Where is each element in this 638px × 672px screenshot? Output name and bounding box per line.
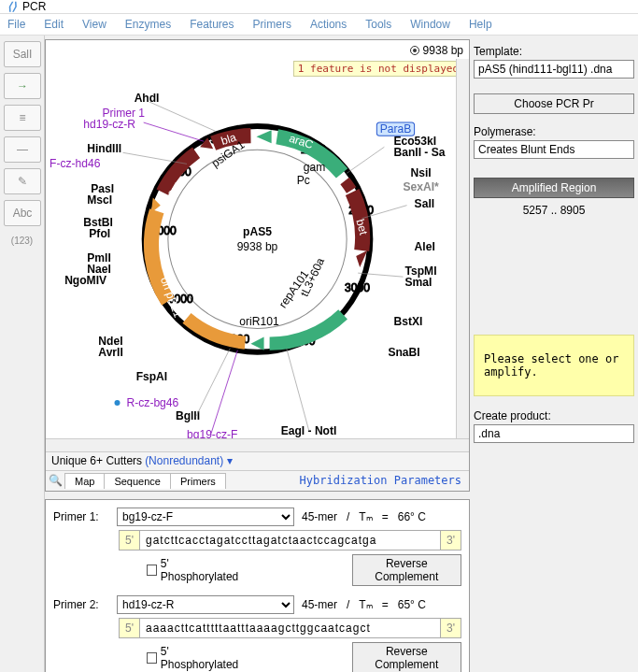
svg-text:AvrII: AvrII: [98, 346, 122, 359]
menu-file[interactable]: File: [7, 18, 25, 31]
menu-features[interactable]: Features: [190, 18, 234, 31]
tab-map[interactable]: Map: [64, 473, 105, 489]
horizontal-scrollbar[interactable]: [46, 438, 469, 451]
primer2-sequence[interactable]: 5' aaaacttcatttttaatttaaaagcttggcaatcagc…: [119, 618, 461, 638]
menu-primers[interactable]: Primers: [253, 18, 291, 31]
svg-text:AhdI: AhdI: [135, 92, 160, 105]
hybridization-link[interactable]: Hybridization Parameters: [300, 474, 469, 487]
cutter-bar[interactable]: Unique 6+ Cutters (Nonredundant)▾: [46, 451, 469, 470]
tool-dash[interactable]: —: [4, 136, 41, 163]
subtab-bar: 🔍 Map Sequence Primers Hybridization Par…: [46, 470, 469, 491]
svg-line-68: [144, 122, 204, 141]
tab-primers[interactable]: Primers: [170, 473, 226, 489]
vertical-scrollbar[interactable]: [456, 59, 469, 438]
amplified-region-header: Amplified Region: [474, 178, 634, 198]
svg-text:hd19-cz-R: hd19-cz-R: [83, 118, 135, 131]
svg-text:BanII - Sa: BanII - Sa: [393, 146, 445, 159]
primers-panel: Primer 1: bg19-cz-F 45-mer / Tₘ = 66° C …: [45, 499, 470, 672]
window-title: PCR: [22, 0, 46, 13]
svg-text:NgoMIV: NgoMIV: [64, 274, 106, 287]
svg-point-60: [114, 400, 120, 406]
create-product-field[interactable]: .dna: [474, 424, 634, 443]
primer2-reverse-complement-button[interactable]: Reverse Complement: [352, 642, 461, 672]
svg-text:SalI: SalI: [415, 197, 434, 210]
svg-text:EagI - NotI: EagI - NotI: [281, 424, 337, 437]
choose-pcr-button[interactable]: Choose PCR Pr: [474, 93, 634, 114]
svg-text:HindIII: HindIII: [87, 142, 121, 155]
primer2-tm: 65° C: [398, 598, 426, 611]
polymerase-field[interactable]: Creates Blunt Ends: [474, 140, 634, 159]
tool-arrow[interactable]: →: [4, 73, 41, 99]
svg-text:pAS5: pAS5: [243, 225, 272, 238]
svg-text:PfoI: PfoI: [89, 227, 110, 240]
create-product-label: Create product:: [474, 409, 634, 422]
svg-text:AleI: AleI: [415, 240, 435, 253]
svg-marker-11: [256, 130, 271, 143]
svg-text:FspAI: FspAI: [136, 370, 168, 383]
tool-enzyme[interactable]: SalI: [4, 41, 41, 67]
primer1-sequence[interactable]: 5' gatcttcacctagatccttagatctaactccagcatg…: [119, 530, 461, 550]
tool-pen[interactable]: ✎: [4, 168, 41, 194]
primer1-phos-checkbox[interactable]: [147, 565, 157, 576]
svg-text:MscI: MscI: [87, 193, 112, 207]
svg-text:Pc: Pc: [297, 175, 310, 188]
selection-note: Please select one or amplify.: [474, 335, 634, 396]
menu-view[interactable]: View: [82, 18, 106, 31]
svg-text:3000: 3000: [345, 281, 370, 294]
svg-line-63: [347, 147, 384, 173]
svg-text:SexAI*: SexAI*: [404, 180, 440, 193]
svg-text:BstXI: BstXI: [393, 316, 422, 329]
svg-text:ParaB: ParaB: [380, 122, 412, 136]
chevron-down-icon[interactable]: ▾: [227, 454, 233, 467]
amplified-region-value: 5257 .. 8905: [474, 198, 634, 222]
primer1-label: Primer 1:: [53, 510, 109, 523]
primer1-select[interactable]: bg19-cz-F: [117, 508, 294, 526]
menu-window[interactable]: Window: [410, 18, 450, 31]
tool-text[interactable]: Abc: [4, 200, 41, 226]
primer2-select[interactable]: hd19-cz-R: [117, 595, 294, 614]
svg-text:gam: gam: [304, 161, 326, 174]
svg-text:NsiI: NsiI: [411, 166, 432, 179]
menu-edit[interactable]: Edit: [44, 18, 64, 31]
svg-line-69: [211, 350, 237, 434]
feature-warning[interactable]: 1 feature is not displayed: [293, 61, 463, 77]
app-icon: ⟨⟩: [7, 0, 17, 13]
menu-tools[interactable]: Tools: [365, 18, 391, 31]
left-toolbar: SalI → ≡ — ✎ Abc (123): [0, 36, 45, 672]
svg-marker-13: [250, 337, 263, 350]
svg-line-66: [196, 349, 230, 416]
search-icon[interactable]: 🔍: [46, 474, 64, 487]
svg-point-1: [168, 150, 347, 328]
template-field[interactable]: pAS5 (hind111-bgl11) .dna: [474, 60, 634, 79]
primer1-reverse-complement-button[interactable]: Reverse Complement: [352, 554, 461, 586]
menubar: File Edit View Enzymes Features Primers …: [0, 14, 638, 36]
bp-count: 9938 bp: [423, 44, 463, 57]
titlebar: ⟨⟩ PCR: [0, 0, 638, 14]
right-panel: Template: pAS5 (hind111-bgl11) .dna Choo…: [470, 36, 638, 672]
svg-text:SmaI: SmaI: [405, 276, 432, 289]
primer1-tm: 66° C: [398, 510, 426, 523]
svg-text:oriR101: oriR101: [239, 316, 279, 329]
menu-help[interactable]: Help: [469, 18, 492, 31]
tool-count: (123): [4, 236, 40, 246]
primer2-label: Primer 2:: [53, 598, 109, 611]
polymerase-label: Polymerase:: [474, 125, 634, 138]
svg-text:F-cz-hd46: F-cz-hd46: [50, 157, 101, 170]
primer2-phos-checkbox[interactable]: [147, 652, 157, 664]
tool-lines[interactable]: ≡: [4, 105, 41, 131]
menu-enzymes[interactable]: Enzymes: [125, 18, 171, 31]
svg-text:9938 bp: 9938 bp: [237, 240, 278, 253]
svg-line-67: [287, 349, 309, 432]
svg-text:SnaBI: SnaBI: [388, 346, 419, 359]
template-label: Template:: [474, 45, 634, 58]
plasmid-map[interactable]: 9938 bp 1 feature is not displayed 1000 …: [46, 40, 469, 438]
tab-sequence[interactable]: Sequence: [104, 473, 171, 489]
svg-text:R-cz-bg46: R-cz-bg46: [127, 396, 179, 409]
svg-line-61: [149, 102, 215, 131]
menu-actions[interactable]: Actions: [310, 18, 347, 31]
bp-radio-icon[interactable]: [410, 46, 419, 55]
